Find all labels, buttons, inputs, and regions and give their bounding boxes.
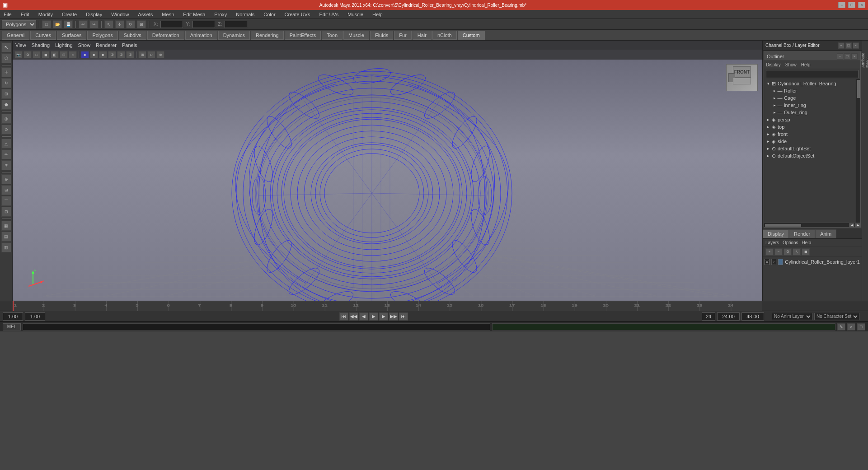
go-start-btn[interactable]: ⏮ <box>339 312 348 321</box>
outliner-scrollbar-h[interactable]: ◀ ▶ <box>764 223 860 227</box>
tab-surfaces[interactable]: Surfaces <box>57 31 86 40</box>
vp-quality-low[interactable]: ① <box>108 51 116 58</box>
start-time-field[interactable] <box>3 312 23 321</box>
layer-select-btn[interactable]: ↖ <box>793 248 801 256</box>
menu-create-uvs[interactable]: Create UVs <box>283 11 312 18</box>
total-end-field[interactable] <box>741 312 764 321</box>
snap-grid[interactable]: ⊞ <box>1 185 11 195</box>
end-field[interactable] <box>702 312 715 321</box>
tab-dynamics[interactable]: Dynamics <box>218 31 250 40</box>
lasso-select[interactable]: ⊙ <box>1 125 11 135</box>
vp-menu-shading[interactable]: Shading <box>32 42 50 48</box>
expand-arrow-inner[interactable]: ▸ <box>772 103 777 107</box>
menu-mesh[interactable]: Mesh <box>160 11 176 18</box>
vp-menu-view[interactable]: View <box>15 42 26 48</box>
expand-arrow-side[interactable]: ▸ <box>766 139 770 144</box>
tree-item-front[interactable]: ▸ ◈ front <box>765 130 855 138</box>
select-button[interactable]: ↖ <box>104 20 113 28</box>
menu-proxy[interactable]: Proxy <box>212 11 229 18</box>
layer-menu-options[interactable]: Options <box>783 240 798 245</box>
mode-selector[interactable]: Polygons <box>2 20 36 28</box>
expand-arrow-lightset[interactable]: ▸ <box>766 146 770 151</box>
timeline-bar[interactable]: 1 2 3 4 5 6 7 8 9 10 11 <box>13 301 762 311</box>
save-scene-button[interactable]: 💾 <box>64 20 73 28</box>
menu-modify[interactable]: Modify <box>37 11 55 18</box>
tree-item-outer-ring[interactable]: ▸ ― Outer_ring <box>765 109 855 116</box>
next-frame-btn[interactable]: ▶▶ <box>389 312 398 321</box>
tree-item-inner-ring[interactable]: ▸ ― inner_ring <box>765 102 855 109</box>
next-key-btn[interactable]: ▶ <box>379 312 388 321</box>
snap-curve[interactable]: ⌒ <box>1 196 11 206</box>
outliner-minimize[interactable]: − <box>837 53 843 60</box>
vp-display-mode1[interactable]: ■ <box>81 51 89 58</box>
expand-arrow-persp[interactable]: ▸ <box>766 117 770 122</box>
current-time-field[interactable] <box>25 312 45 321</box>
paint-tool[interactable]: ✏ <box>1 149 11 159</box>
layer-color-btn[interactable]: ◼ <box>802 248 810 256</box>
layer-visibility-btn[interactable]: V <box>765 259 769 265</box>
open-scene-button[interactable]: 📂 <box>53 20 62 28</box>
vp-texture[interactable]: ⊞ <box>60 51 68 58</box>
prev-key-btn[interactable]: ◀ <box>359 312 368 321</box>
tree-item-cylindrical[interactable]: ▾ ⊞ Cylindrical_Roller_Bearing <box>765 80 855 87</box>
rotate-tool[interactable]: ↻ <box>1 78 11 88</box>
menu-muscle[interactable]: Muscle <box>346 11 365 18</box>
new-scene-button[interactable]: □ <box>42 20 51 28</box>
scroll-right-btn[interactable]: ▶ <box>855 223 860 227</box>
menu-create[interactable]: Create <box>60 11 79 18</box>
tab-polygons[interactable]: Polygons <box>87 31 117 40</box>
menu-edit[interactable]: Edit <box>19 11 31 18</box>
tree-item-defaultlightset[interactable]: ▸ ⊙ defaultLightSet <box>765 145 855 152</box>
show-manip[interactable]: ⊕ <box>1 174 11 184</box>
vp-menu-panels[interactable]: Panels <box>122 42 137 48</box>
prev-frame-btn[interactable]: ◀◀ <box>349 312 358 321</box>
paint-select-tool[interactable]: ⬡ <box>1 53 11 63</box>
tab-animation[interactable]: Animation <box>185 31 217 40</box>
scroll-left-btn[interactable]: ◀ <box>849 223 854 227</box>
scale-button[interactable]: ⊞ <box>137 20 146 28</box>
vp-menu-show[interactable]: Show <box>78 42 91 48</box>
layer-row-default[interactable]: V / Cylindrical_Roller_Bearing_layer1 <box>764 258 861 266</box>
menu-file[interactable]: File <box>2 11 14 18</box>
vp-display-mode3[interactable]: ■ <box>99 51 107 58</box>
expand-arrow-top[interactable]: ▸ <box>766 125 770 129</box>
redo-button[interactable]: ↪ <box>89 20 99 28</box>
menu-help[interactable]: Help <box>371 11 385 18</box>
vp-wireframe[interactable]: □ <box>33 51 41 58</box>
go-end-btn[interactable]: ⏭ <box>399 312 408 321</box>
tab-toon[interactable]: Toon <box>322 31 343 40</box>
render-layer-btn[interactable]: ▤ <box>1 232 11 242</box>
menu-window[interactable]: Window <box>109 11 131 18</box>
expand-arrow-front[interactable]: ▸ <box>766 132 770 136</box>
menu-color[interactable]: Color <box>262 11 277 18</box>
anim-layer-btn[interactable]: ▥ <box>1 242 11 252</box>
move-button[interactable]: ✛ <box>115 20 124 28</box>
menu-display[interactable]: Display <box>84 11 104 18</box>
layer-menu-layers[interactable]: Layers <box>765 240 779 245</box>
viewport[interactable]: View Shading Lighting Show Renderer Pane… <box>13 41 762 301</box>
expand-script-btn[interactable]: □ <box>857 323 865 330</box>
outliner-menu-help[interactable]: Help <box>801 62 811 67</box>
universal-manip[interactable]: ⬟ <box>1 100 11 110</box>
tab-muscle[interactable]: Muscle <box>343 31 369 40</box>
tab-fur[interactable]: Fur <box>394 31 412 40</box>
coord-y-field[interactable] <box>192 21 215 28</box>
layer-attr-btn[interactable]: ⚙ <box>784 248 792 256</box>
vp-pivot[interactable]: ⊕ <box>156 51 164 58</box>
menu-edit-mesh[interactable]: Edit Mesh <box>181 11 207 18</box>
vp-ambient-occlusion[interactable]: ○ <box>69 51 77 58</box>
vp-smooth-shade[interactable]: ◼ <box>42 51 50 58</box>
vp-menu-renderer[interactable]: Renderer <box>96 42 117 48</box>
tab-subdivs[interactable]: Subdivs <box>119 31 146 40</box>
end-time-field[interactable] <box>717 312 740 321</box>
vp-display-mode2[interactable]: ■ <box>90 51 98 58</box>
command-input[interactable] <box>23 323 490 330</box>
expand-arrow[interactable]: ▾ <box>766 81 770 86</box>
coord-x-field[interactable] <box>160 21 183 28</box>
tab-deformation[interactable]: Deformation <box>147 31 184 40</box>
cloth-tool[interactable]: ≋ <box>1 160 11 170</box>
play-btn[interactable]: ▶ <box>369 312 378 321</box>
coord-z-field[interactable] <box>225 21 247 28</box>
tree-item-cage[interactable]: ▸ ― Cage <box>765 94 855 102</box>
vp-quality-med[interactable]: ② <box>117 51 125 58</box>
